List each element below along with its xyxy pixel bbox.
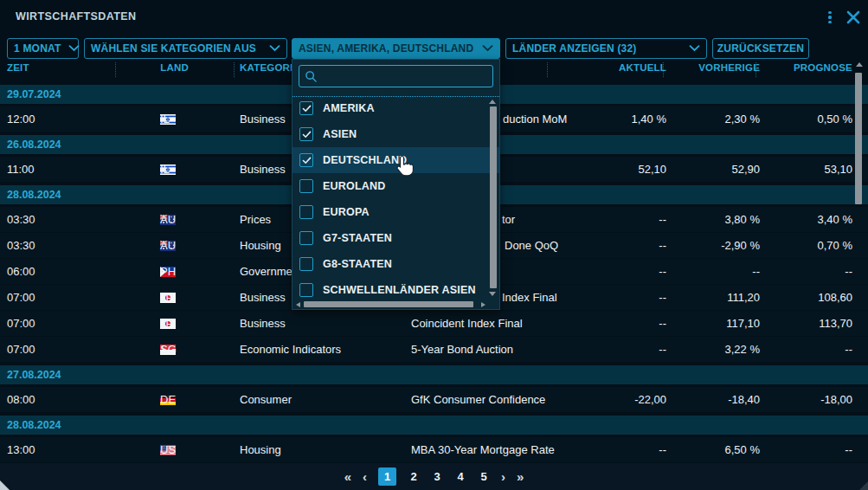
actual-cell: --: [554, 207, 666, 232]
col-aktuell: AKTUELL: [554, 62, 666, 73]
time-cell: 07:00: [7, 311, 35, 336]
forecast-cell: 53,10: [759, 157, 852, 182]
country-cell: IL: [160, 157, 176, 182]
dropdown-scroll-left-arrow[interactable]: [296, 302, 300, 307]
event-cell: 5-Year Bond Auction: [411, 337, 575, 362]
col-prognose: PROGNOSE: [759, 62, 852, 73]
dropdown-vertical-scrollbar[interactable]: [490, 106, 497, 288]
category-cell: Housing: [240, 233, 281, 258]
actual-cell: --: [554, 311, 666, 336]
country-code: JP: [160, 311, 173, 336]
previous-cell: 3,80 %: [666, 207, 760, 232]
dropdown-scroll-down-arrow[interactable]: [489, 292, 496, 296]
previous-cell: 52,90: [666, 157, 760, 182]
option-label: ASIEN: [323, 128, 357, 140]
checkbox-unchecked-icon[interactable]: [299, 179, 313, 193]
first-page-button[interactable]: «: [344, 468, 351, 486]
dropdown-horizontal-scrollbar[interactable]: [304, 301, 473, 307]
category-cell: Business: [240, 157, 286, 182]
dropdown-scroll-right-arrow[interactable]: [481, 302, 485, 307]
country-cell: IL: [160, 106, 176, 132]
checkbox-checked-icon[interactable]: [299, 127, 313, 141]
chevron-down-icon: [269, 45, 280, 52]
regions-dropdown[interactable]: ASIEN, AMERIKA, DEUTSCHLAND: [292, 38, 500, 59]
page-button-1[interactable]: 1: [378, 467, 396, 486]
wirtschaftsdaten-window: WIRTSCHAFTSDATEN 1 MONAT WÄHLEN SIE KATE…: [0, 0, 868, 490]
previous-cell: 3,22 %: [666, 337, 760, 362]
region-option-deutschland[interactable]: DEUTSCHLAND: [293, 147, 499, 173]
table-row[interactable]: 08:00DEConsumerGfK Consumer Confidence-2…: [0, 387, 868, 412]
option-label: EUROLAND: [323, 180, 385, 192]
checkbox-unchecked-icon[interactable]: [299, 205, 313, 219]
region-option-euroland[interactable]: EUROLAND: [293, 173, 499, 199]
option-label: DEUTSCHLAND: [323, 154, 407, 166]
previous-cell: -18,40: [666, 387, 760, 412]
next-page-button[interactable]: ›: [501, 468, 505, 486]
actual-cell: -22,00: [554, 387, 666, 412]
checkbox-checked-icon[interactable]: [299, 153, 313, 167]
col-zeit: ZEIT: [7, 62, 29, 73]
forecast-cell: --: [759, 337, 852, 362]
date-label: 27.08.2024: [7, 369, 61, 381]
page-button-2[interactable]: 2: [408, 470, 420, 483]
dropdown-scroll-up-arrow[interactable]: [489, 100, 496, 104]
country-code: PH: [160, 259, 176, 284]
forecast-cell: --: [759, 437, 852, 462]
table-row[interactable]: 07:00SGEconomic Indicators5-Year Bond Au…: [0, 337, 868, 362]
categories-dropdown[interactable]: WÄHLEN SIE KATEGORIEN AUS: [84, 38, 287, 59]
actual-cell: 1,40 %: [554, 106, 666, 132]
previous-cell: -2,90 %: [666, 233, 760, 258]
actual-cell: --: [554, 337, 666, 362]
time-cell: 07:00: [7, 285, 35, 310]
date-label: 28.08.2024: [7, 189, 61, 201]
search-input[interactable]: [322, 69, 487, 83]
table-vertical-scrollbar[interactable]: [855, 73, 862, 204]
chevron-down-icon: [68, 45, 80, 52]
region-option-asien[interactable]: ASIEN: [293, 121, 499, 147]
period-dropdown[interactable]: 1 MONAT: [7, 38, 79, 59]
table-row[interactable]: 07:00JPBusinessCoincident Index Final--1…: [0, 311, 868, 336]
event-cell: GfK Consumer Confidence: [411, 387, 575, 412]
region-options: AMERIKAASIENDEUTSCHLANDEUROLANDEUROPAG7-…: [293, 95, 499, 303]
dropdown-search[interactable]: [299, 65, 493, 87]
resize-grip[interactable]: [0, 480, 10, 490]
resize-grip[interactable]: [859, 481, 868, 490]
country-code: IL: [160, 106, 170, 132]
region-option-europa[interactable]: EUROPA: [293, 199, 499, 225]
category-cell: Consumer: [240, 387, 292, 412]
checkbox-checked-icon[interactable]: [299, 101, 313, 115]
time-cell: 03:30: [7, 233, 35, 258]
region-option-schwellenländer-asien[interactable]: SCHWELLENLÄNDER ASIEN: [293, 277, 499, 303]
forecast-cell: 108,60: [759, 285, 852, 310]
country-cell: JP: [160, 311, 176, 336]
countries-dropdown[interactable]: LÄNDER ANZEIGEN (32): [505, 38, 707, 59]
region-option-g7-staaten[interactable]: G7-STAATEN: [293, 225, 499, 251]
event-cell: MBA 30-Year Mortgage Rate: [411, 437, 575, 462]
last-page-button[interactable]: »: [517, 468, 524, 486]
category-cell: Economic Indicators: [240, 337, 341, 362]
reset-button[interactable]: ZURÜCKSETZEN: [712, 38, 809, 59]
forecast-cell: 3,40 %: [759, 207, 852, 232]
checkbox-unchecked-icon[interactable]: [299, 283, 313, 297]
checkbox-unchecked-icon[interactable]: [299, 231, 313, 245]
category-cell: Housing: [240, 437, 281, 462]
page-button-3[interactable]: 3: [431, 470, 443, 483]
page-button-4[interactable]: 4: [454, 470, 466, 483]
checkbox-unchecked-icon[interactable]: [299, 257, 313, 271]
table-scroll-up-arrow[interactable]: [856, 62, 863, 67]
region-option-amerika[interactable]: AMERIKA: [293, 95, 499, 121]
prev-page-button[interactable]: ‹: [363, 468, 367, 486]
actual-cell: --: [554, 233, 666, 258]
category-cell: Business: [240, 311, 286, 336]
table-row[interactable]: 13:00USHousingMBA 30-Year Mortgage Rate-…: [0, 437, 868, 462]
country-cell: US: [160, 437, 176, 462]
region-option-g8-staaten[interactable]: G8-STAATEN: [293, 251, 499, 277]
actual-cell: 52,10: [554, 157, 666, 182]
chevron-down-icon: [482, 45, 493, 52]
kebab-menu-icon[interactable]: [825, 10, 835, 25]
option-label: G8-STAATEN: [323, 258, 392, 270]
page-button-5[interactable]: 5: [478, 470, 490, 483]
previous-cell: 111,20: [666, 285, 760, 310]
close-icon[interactable]: [845, 10, 861, 25]
forecast-cell: 113,70: [759, 311, 852, 336]
